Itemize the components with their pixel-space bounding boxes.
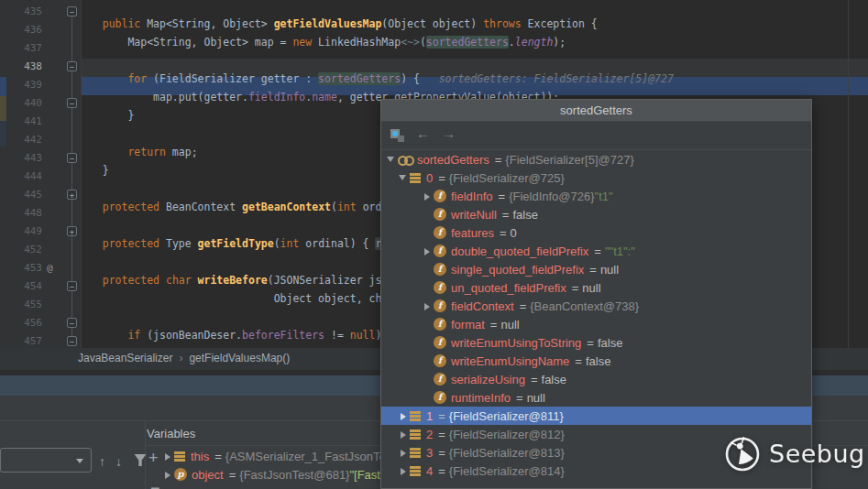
popup-tree-row[interactable]: fdouble_quoted_fieldPrefix=""t1":" xyxy=(381,242,811,260)
code-line[interactable] xyxy=(77,51,674,70)
equals-sign: = xyxy=(502,208,510,222)
variable-value: {FieldSerializer@813} xyxy=(449,446,565,460)
fold-marker-icon[interactable]: − xyxy=(67,61,77,71)
field-icon: f xyxy=(434,318,446,331)
popup-tree-row[interactable]: 1={FieldSerializer@811} xyxy=(381,407,811,425)
gutter-row[interactable]: 438− xyxy=(0,58,81,76)
expander-arrow[interactable] xyxy=(163,468,174,482)
expander-arrow[interactable] xyxy=(423,190,434,203)
line-number: 443 xyxy=(5,152,42,164)
forward-arrow-icon[interactable]: → xyxy=(442,125,456,141)
expander-arrow[interactable] xyxy=(163,450,174,463)
popup-tree-row[interactable]: fwriteEnumUsingName=false xyxy=(381,352,811,370)
variable-name: 1 xyxy=(426,409,433,423)
gutter-row[interactable]: 454− xyxy=(0,277,81,296)
gutter-row[interactable]: 452 xyxy=(0,241,81,259)
gutter-row[interactable]: 456− xyxy=(0,314,81,332)
popup-title: sortedGetters xyxy=(381,100,811,122)
copy-stack-icon[interactable] xyxy=(390,128,405,143)
gutter-row[interactable]: 442 xyxy=(0,131,81,149)
field-icon: f xyxy=(434,208,446,221)
expander-arrow[interactable] xyxy=(387,151,398,168)
popup-tree-row[interactable]: fsingle_quoted_fieldPrefix=null xyxy=(381,260,811,278)
gutter-row[interactable]: 453@ xyxy=(0,259,81,277)
breadcrumb-method[interactable]: getFieldValuesMap() xyxy=(189,352,290,364)
equals-sign: = xyxy=(438,464,445,478)
gutter-row[interactable]: 455 xyxy=(0,296,81,314)
code-token: (Object object) xyxy=(381,17,483,30)
watch-icon xyxy=(398,154,413,165)
popup-tree-row[interactable]: 0={FieldSerializer@725} xyxy=(381,168,811,187)
code-line[interactable]: for (FieldSerializer getter : sortedGett… xyxy=(77,70,674,88)
gutter-row[interactable]: 436 xyxy=(0,21,81,39)
line-number: 439 xyxy=(5,79,42,91)
variable-value: 0 xyxy=(511,226,517,240)
expander-arrow[interactable] xyxy=(399,428,410,441)
seebug-logo-icon xyxy=(724,434,761,473)
expander-arrow[interactable] xyxy=(399,446,410,460)
code-token: for xyxy=(127,72,153,85)
fold-marker-icon[interactable]: − xyxy=(67,281,77,291)
code-token: ); xyxy=(553,36,566,49)
expander-arrow[interactable] xyxy=(399,464,410,478)
line-number: 441 xyxy=(5,115,42,127)
popup-tree-row[interactable]: ffieldInfo={FieldInfo@726} "t1" xyxy=(381,187,811,205)
variable-name: 4 xyxy=(426,464,433,478)
array-element-icon xyxy=(410,411,421,421)
line-number: 444 xyxy=(5,170,42,182)
breadcrumb-class[interactable]: JavaBeanSerializer xyxy=(78,352,172,364)
line-number: 448 xyxy=(5,207,42,219)
code-token: . xyxy=(509,36,515,49)
field-icon: f xyxy=(434,190,446,202)
code-line[interactable]: Map<String, Object> map = new LinkedHash… xyxy=(77,33,674,51)
gutter-row[interactable]: 448 xyxy=(0,204,81,223)
variable-value: {BeanContext@738} xyxy=(530,299,639,313)
gutter-row[interactable]: 435− xyxy=(0,3,81,21)
variable-name: double_quoted_fieldPrefix xyxy=(451,244,588,258)
fold-marker-icon[interactable]: + xyxy=(67,190,77,200)
popup-tree-row[interactable]: fwriteEnumUsingToString=false xyxy=(381,333,811,352)
gutter-row[interactable]: 441 xyxy=(0,113,81,131)
code-token: (JSONSerializer js xyxy=(268,274,382,287)
gutter-row[interactable]: 444 xyxy=(0,168,81,186)
code-token: ordinal) { xyxy=(305,237,375,250)
gutter-row[interactable]: 439 xyxy=(0,76,81,94)
fold-marker-icon[interactable]: − xyxy=(67,6,77,16)
gutter-row[interactable]: 437 xyxy=(0,39,81,58)
expander-arrow[interactable] xyxy=(399,169,410,187)
gutter-row[interactable]: 440− xyxy=(0,94,81,113)
code-token: map; xyxy=(172,146,198,158)
step-down-icon[interactable]: ↓ xyxy=(115,454,122,469)
popup-tree-row[interactable]: fwriteNull=false xyxy=(381,205,811,223)
fold-marker-icon[interactable]: − xyxy=(67,153,77,163)
expander-arrow[interactable] xyxy=(399,409,410,423)
expander-arrow[interactable] xyxy=(423,299,434,313)
line-number: 435 xyxy=(5,5,42,17)
code-token xyxy=(77,146,127,158)
variable-value: false xyxy=(586,354,610,368)
fold-marker-icon[interactable]: − xyxy=(67,336,77,346)
popup-tree-row[interactable]: fruntimeInfo=null xyxy=(381,388,811,407)
popup-tree-row[interactable]: fun_quoted_fieldPrefix=null xyxy=(381,278,811,297)
field-icon: f xyxy=(434,373,446,386)
popup-tree-row[interactable]: fserializeUsing=false xyxy=(381,370,811,388)
popup-tree-row[interactable]: sortedGetters={FieldSerializer[5]@727} xyxy=(381,150,811,168)
code-line[interactable]: public Map<String, Object> getFieldValue… xyxy=(77,15,674,33)
step-up-icon[interactable]: ↑ xyxy=(99,454,105,469)
code-token: <~> xyxy=(401,36,420,49)
thread-combobox[interactable] xyxy=(0,448,92,473)
field-icon: f xyxy=(434,299,446,312)
variable-name: object xyxy=(192,468,224,482)
gutter-row[interactable]: 445+ xyxy=(0,186,81,204)
gutter-row[interactable]: 449+ xyxy=(0,223,81,241)
field-icon: f xyxy=(434,354,446,367)
popup-tree-row[interactable]: ffieldContext={BeanContext@738} xyxy=(381,297,811,315)
expander-arrow[interactable] xyxy=(423,244,434,258)
popup-tree-row[interactable]: ffeatures=0 xyxy=(381,223,811,242)
fold-marker-icon[interactable]: + xyxy=(67,226,77,236)
gutter-row[interactable]: 443− xyxy=(0,149,81,168)
fold-marker-icon[interactable]: − xyxy=(67,98,77,108)
popup-tree-row[interactable]: fformat=null xyxy=(381,315,811,333)
back-arrow-icon[interactable]: ← xyxy=(416,125,430,141)
fold-marker-icon[interactable]: − xyxy=(67,318,77,328)
